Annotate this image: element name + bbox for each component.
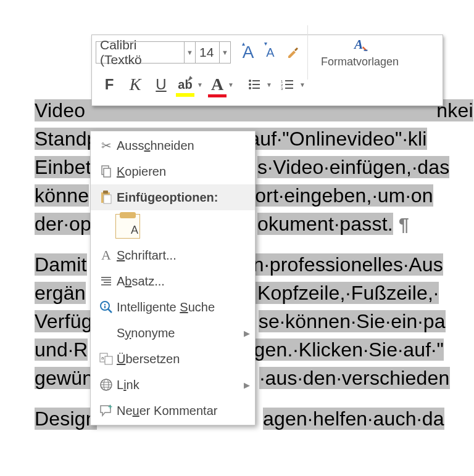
new-comment-icon: + — [96, 404, 117, 417]
numbering-dropdown[interactable]: ▼ — [299, 81, 308, 88]
cut-icon: ✂ — [96, 138, 117, 153]
paste-icon — [96, 191, 117, 204]
bullets-button[interactable] — [245, 73, 264, 96]
svg-rect-16 — [103, 191, 108, 194]
svg-rect-8 — [285, 80, 293, 81]
styles-label: Formatvorlagen — [321, 55, 399, 68]
paragraph-mark — [399, 210, 421, 233]
submenu-arrow-icon: ▶ — [244, 380, 250, 390]
underline-button[interactable]: U — [150, 73, 172, 96]
svg-point-24 — [104, 304, 106, 305]
paste-text-only-button[interactable]: A — [115, 214, 140, 239]
increase-font-button[interactable]: ▴ A — [237, 41, 259, 64]
font-name-dropdown[interactable]: ▼ — [185, 41, 196, 64]
new-comment-menu-item[interactable]: + Neuer Kommentar — [91, 398, 255, 424]
svg-line-23 — [108, 309, 112, 313]
numbering-button[interactable]: 123 — [278, 73, 297, 96]
smart-lookup-menu-item[interactable]: Intelligente Suche — [91, 294, 255, 320]
svg-rect-20 — [104, 282, 111, 283]
svg-rect-12 — [285, 88, 293, 89]
format-painter-button[interactable] — [281, 41, 304, 64]
copy-icon — [96, 165, 117, 178]
font-icon: A — [96, 247, 117, 263]
link-menu-item[interactable]: Link ▶ — [91, 372, 255, 398]
smart-lookup-icon — [96, 300, 117, 314]
svg-rect-19 — [101, 279, 111, 281]
svg-text:A: A — [353, 37, 363, 52]
font-size-dropdown[interactable]: ▼ — [220, 41, 231, 64]
highlight-color-button[interactable] — [176, 73, 194, 96]
bold-button[interactable]: F — [98, 73, 120, 96]
cut-menu-item[interactable]: ✂ Ausschneiden — [91, 133, 255, 158]
font-color-dropdown[interactable]: ▼ — [228, 81, 236, 88]
paste-options-header: Einfügeoptionen: — [91, 184, 255, 210]
copy-menu-item[interactable]: Kopieren — [91, 158, 255, 184]
italic-button[interactable]: K — [124, 73, 146, 96]
svg-rect-10 — [285, 84, 293, 85]
svg-rect-6 — [252, 88, 260, 89]
svg-rect-2 — [252, 80, 260, 81]
svg-rect-21 — [101, 284, 111, 285]
svg-rect-29 — [105, 356, 112, 364]
paste-options-row: A — [91, 210, 255, 242]
decrease-font-button[interactable]: ▾ A — [259, 41, 281, 64]
svg-point-3 — [249, 83, 251, 86]
styles-button[interactable]: A Formatvorlagen — [312, 36, 408, 68]
svg-rect-18 — [101, 277, 111, 278]
font-size-selector[interactable]: 14 — [195, 41, 220, 64]
svg-rect-4 — [252, 84, 260, 85]
svg-point-5 — [249, 87, 251, 89]
submenu-arrow-icon: ▶ — [244, 329, 250, 338]
context-menu: ✂ Ausschneiden Kopieren Einfügeoptionen:… — [90, 131, 256, 425]
translate-menu-item[interactable]: aあ Übersetzen — [91, 346, 255, 372]
styles-icon: A — [346, 36, 374, 52]
font-name-selector[interactable]: Calibri (Textkö — [96, 41, 185, 64]
svg-point-1 — [249, 80, 251, 82]
bullets-dropdown[interactable]: ▼ — [266, 81, 275, 88]
synonyms-menu-item[interactable]: Synonyme ▶ — [91, 320, 255, 346]
mini-toolbar: Calibri (Textkö ▼ 14 ▼ ▴ A ▾ A A — [91, 35, 443, 106]
font-menu-item[interactable]: A Schriftart... — [91, 242, 255, 268]
translate-icon: aあ — [96, 353, 117, 365]
link-icon — [96, 378, 117, 392]
svg-rect-14 — [104, 168, 110, 177]
svg-rect-25 — [104, 306, 106, 308]
svg-rect-17 — [104, 195, 111, 203]
highlight-color-dropdown[interactable]: ▼ — [197, 81, 206, 88]
paragraph-menu-item[interactable]: Absatz... — [91, 268, 255, 294]
font-color-button[interactable] — [209, 73, 225, 96]
svg-text:3: 3 — [281, 87, 283, 90]
svg-text:+: + — [108, 404, 112, 411]
paragraph-icon — [96, 276, 117, 287]
